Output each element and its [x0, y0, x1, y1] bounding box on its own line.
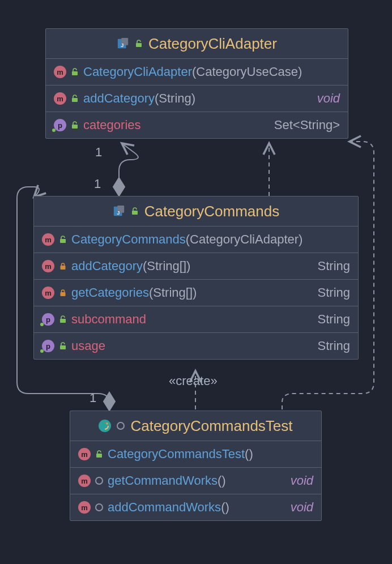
open-lock-icon — [71, 68, 79, 76]
svg-point-17 — [106, 422, 108, 425]
class-name: CategoryCliAdapter — [148, 35, 277, 53]
svg-rect-14 — [60, 319, 66, 323]
class-title-bar: J CategoryCommands — [34, 196, 358, 227]
property-badge-icon — [42, 313, 54, 326]
method-badge-icon — [54, 66, 66, 78]
svg-rect-18 — [96, 454, 102, 458]
multiplicity-bot: 1 — [90, 391, 96, 405]
open-lock-icon — [131, 207, 139, 215]
java-file-icon: J — [113, 205, 125, 217]
method-row: getCategories(String[]) String — [34, 280, 358, 306]
svg-text:J: J — [121, 42, 123, 48]
package-visibility-icon — [95, 503, 103, 511]
property-row: subcommand String — [34, 306, 358, 333]
method-badge-icon — [42, 287, 54, 299]
multiplicity-top: 1 — [95, 145, 102, 160]
method-badge-icon — [78, 448, 91, 460]
open-lock-icon — [71, 95, 79, 102]
svg-rect-15 — [60, 345, 66, 349]
svg-rect-12 — [61, 266, 66, 270]
method-badge-icon — [78, 501, 91, 514]
method-row: getCommandWorks() void — [70, 468, 321, 494]
class-title-bar: J CategoryCliAdapter — [46, 29, 348, 59]
constructor-row: CategoryCliAdapter(CategoryUseCase) — [46, 59, 348, 86]
svg-rect-10 — [132, 211, 138, 215]
open-lock-icon — [59, 315, 67, 323]
method-badge-icon — [78, 475, 91, 487]
test-class-icon — [99, 420, 111, 432]
class-name: CategoryCommands — [144, 203, 279, 220]
svg-rect-5 — [72, 98, 78, 102]
class-name: CategoryCommandsTest — [130, 417, 292, 435]
property-row: usage String — [34, 333, 358, 359]
package-visibility-icon — [95, 477, 103, 485]
property-badge-icon — [42, 340, 54, 352]
closed-lock-icon — [59, 289, 67, 297]
svg-rect-3 — [136, 43, 142, 47]
multiplicity-mid: 1 — [94, 177, 101, 191]
open-lock-icon — [59, 236, 67, 243]
java-file-icon: J — [117, 37, 129, 50]
open-lock-icon — [135, 40, 143, 48]
svg-rect-13 — [61, 292, 66, 296]
class-category-commands-test: CategoryCommandsTest CategoryCommandsTes… — [70, 411, 322, 521]
open-lock-icon — [71, 121, 79, 129]
property-row: categories Set<String> — [46, 112, 348, 138]
package-visibility-icon — [117, 422, 125, 430]
svg-text:J: J — [117, 210, 120, 216]
method-row: addCommandWorks() void — [70, 494, 321, 520]
method-badge-icon — [42, 260, 54, 272]
constructor-row: CategoryCommandsTest() — [70, 441, 321, 468]
method-row: addCategory(String) void — [46, 86, 348, 112]
svg-rect-6 — [72, 125, 78, 129]
method-badge-icon — [54, 92, 66, 105]
open-lock-icon — [95, 450, 103, 458]
svg-rect-11 — [60, 239, 66, 243]
constructor-row: CategoryCommands(CategoryCliAdapter) — [34, 227, 358, 253]
method-row: addCategory(String[]) String — [34, 253, 358, 280]
class-category-cli-adapter: J CategoryCliAdapter CategoryCliAdapter(… — [45, 28, 348, 139]
class-category-commands: J CategoryCommands CategoryCommands(Cate… — [33, 196, 359, 360]
property-badge-icon — [54, 119, 66, 131]
class-title-bar: CategoryCommandsTest — [70, 411, 321, 441]
stereotype-create: «create» — [169, 374, 218, 388]
closed-lock-icon — [59, 262, 67, 270]
method-badge-icon — [42, 233, 54, 246]
open-lock-icon — [59, 342, 67, 350]
svg-rect-4 — [72, 71, 78, 75]
